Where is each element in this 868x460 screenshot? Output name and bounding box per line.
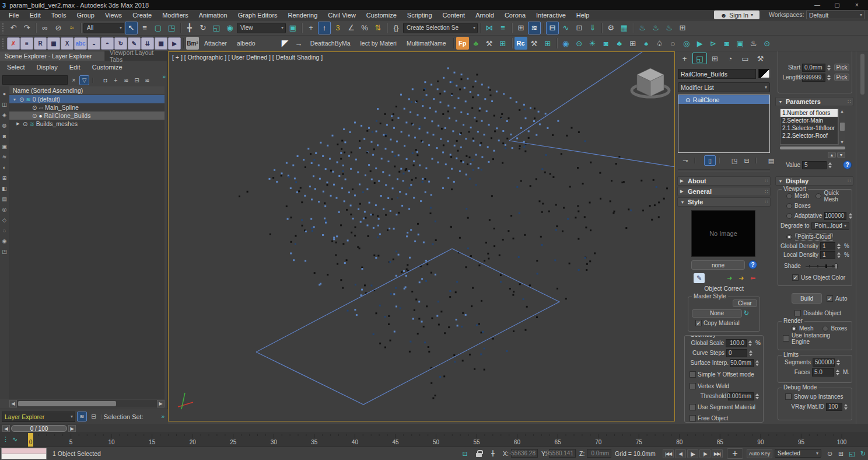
key-filter-dropdown[interactable]: Selected bbox=[775, 449, 821, 458]
mirror-icon[interactable]: ⋈ bbox=[483, 22, 496, 34]
angle-snap-icon[interactable]: ∠ bbox=[345, 22, 358, 34]
zoom-icon[interactable]: ⊙ bbox=[825, 449, 835, 458]
stack-tool-icon[interactable] bbox=[716, 155, 728, 166]
rename-pick-button[interactable]: R bbox=[34, 37, 47, 50]
bind-to-spacewarp-icon[interactable]: ≈ bbox=[65, 22, 78, 34]
layer-explorer-toggle-icon[interactable]: ≋ bbox=[528, 22, 541, 34]
style-help-button[interactable]: ? bbox=[748, 260, 757, 269]
menu-item[interactable]: File bbox=[4, 11, 24, 19]
show-instances-checkbox[interactable] bbox=[785, 393, 792, 400]
select-and-rotate-icon[interactable]: ↻ bbox=[197, 22, 209, 34]
render-online-icon[interactable]: ♨ bbox=[663, 22, 676, 34]
abc-rename-button[interactable]: abc bbox=[74, 37, 87, 50]
collapse-all-icon[interactable]: ⊟ bbox=[132, 75, 142, 85]
show-end-result-icon[interactable]: ▯ bbox=[704, 155, 716, 166]
curve-editor-icon[interactable]: ∿ bbox=[559, 22, 572, 34]
explorer-menu-item[interactable]: Edit bbox=[64, 64, 86, 71]
menu-item[interactable]: Animation bbox=[194, 11, 233, 19]
rendered-frame-icon[interactable]: ▦ bbox=[618, 22, 631, 34]
parameter-value-field[interactable]: 5 bbox=[802, 161, 827, 169]
z-coordinate-field[interactable]: 0.0mm bbox=[587, 449, 611, 458]
schematic-view-icon[interactable]: ⊡ bbox=[573, 22, 586, 34]
global-scale-spinner[interactable] bbox=[748, 340, 754, 346]
menu-item[interactable]: Tools bbox=[46, 11, 72, 19]
zoom-all-icon[interactable]: ⊞ bbox=[836, 449, 846, 458]
length-pick-button[interactable]: Pick bbox=[834, 74, 849, 81]
expander-icon[interactable]: ▶ bbox=[15, 121, 21, 126]
use-pivot-center-icon[interactable]: ▣ bbox=[286, 22, 299, 34]
toolbar-icon[interactable] bbox=[261, 37, 278, 50]
select-and-manipulate-icon[interactable]: + bbox=[304, 22, 317, 34]
select-by-material-button[interactable]: lect by Materi bbox=[356, 37, 401, 50]
toolbar-icon[interactable] bbox=[510, 36, 514, 50]
select-children-icon[interactable]: ≋ bbox=[121, 75, 131, 85]
use-instancing-checkbox[interactable] bbox=[783, 335, 789, 341]
deattach-script-button[interactable]: DeattachByMa bbox=[306, 37, 355, 50]
layer-mode-icon[interactable]: ≋ bbox=[77, 412, 87, 421]
make-unique-icon[interactable]: ◳ bbox=[729, 155, 740, 166]
filter-frozen-icon[interactable]: ◇ bbox=[2, 217, 6, 223]
pot-add-button[interactable]: ◓ bbox=[101, 37, 114, 50]
vray-sphere-icon[interactable]: ◉ bbox=[559, 37, 572, 50]
menu-item[interactable]: Civil View bbox=[323, 11, 360, 19]
tree-header[interactable]: Name (Sorted Ascending) bbox=[9, 86, 164, 95]
maximize-button[interactable]: ▢ bbox=[828, 0, 846, 10]
toolbar-icon[interactable] bbox=[34, 21, 38, 35]
scroll-thumb[interactable] bbox=[18, 401, 116, 406]
move-param-up-button[interactable]: ▲ bbox=[828, 152, 836, 158]
xyz-balls-button[interactable]: X bbox=[61, 37, 74, 50]
free-object-checkbox[interactable] bbox=[690, 415, 696, 421]
paint-objects-button[interactable]: ✎ bbox=[128, 37, 141, 50]
next-frame-button[interactable]: |▶ bbox=[699, 449, 710, 458]
global-density-spinner[interactable] bbox=[837, 243, 842, 249]
light-lister-icon[interactable]: ⊙ bbox=[573, 37, 586, 50]
pot-subtract-button[interactable]: ◒ bbox=[88, 37, 100, 50]
toolbar-icon[interactable] bbox=[478, 21, 482, 35]
minimize-button[interactable]: — bbox=[808, 0, 826, 10]
parameters-scrollbar[interactable]: ▲▼ bbox=[838, 109, 845, 145]
render-setup-icon[interactable]: ⚙ bbox=[604, 22, 617, 34]
albedo-button[interactable]: albedo bbox=[232, 37, 260, 50]
spinner-snap-icon[interactable]: ⇅ bbox=[372, 22, 384, 34]
rollout-parameters[interactable]: Parameters bbox=[775, 97, 853, 106]
attacher-button[interactable]: Attacher bbox=[200, 37, 232, 50]
camera-add-icon[interactable]: ◙ bbox=[720, 37, 733, 50]
export-style-icon[interactable]: ⬅ bbox=[747, 273, 758, 283]
clear-search-icon[interactable]: × bbox=[69, 75, 79, 85]
toolbar-handle[interactable] bbox=[2, 22, 5, 34]
edit-named-selections-icon[interactable]: {} bbox=[390, 22, 402, 34]
toolbar-icon[interactable] bbox=[79, 21, 83, 35]
go-to-start-button[interactable]: |◀◀ bbox=[663, 449, 674, 458]
tree-storm-icon[interactable]: ♠ bbox=[640, 37, 653, 50]
select-object-icon[interactable]: ↖ bbox=[125, 22, 138, 34]
rectangular-selection-icon[interactable]: ▢ bbox=[152, 22, 164, 34]
play-region-icon[interactable]: ▶ bbox=[694, 37, 706, 50]
zoom-extents-icon[interactable]: ◱ bbox=[847, 449, 857, 458]
filter-spacewarps-icon[interactable]: ≋ bbox=[2, 154, 7, 160]
explorer-menu-item[interactable]: Customize bbox=[86, 64, 128, 71]
rollout-display[interactable]: Display bbox=[775, 176, 853, 186]
move-param-down-button[interactable]: ▼ bbox=[837, 152, 845, 158]
parameters-list[interactable]: 1.Number of floors2.Selector-Main2.1.Sel… bbox=[780, 109, 838, 145]
stack-railclone[interactable]: ⊙ RailClone bbox=[678, 95, 769, 104]
menu-item[interactable]: Rendering bbox=[283, 11, 323, 19]
corona-converter-icon[interactable]: ◌ bbox=[667, 37, 680, 50]
menu-item[interactable]: Scripting bbox=[402, 11, 438, 19]
curve-steps-spinner[interactable] bbox=[749, 350, 754, 356]
menu-item[interactable]: Modifiers bbox=[157, 11, 194, 19]
x-coordinate-field[interactable]: -55636.28 bbox=[511, 449, 538, 458]
tree-row-main-spline[interactable]: ⊙ ▱ Main_Spline bbox=[9, 103, 164, 111]
percent-snap-icon[interactable]: % bbox=[358, 22, 371, 34]
vray-matid-spinner[interactable] bbox=[844, 404, 849, 410]
maxscript-mini-listener[interactable] bbox=[1, 448, 47, 459]
select-by-name-icon[interactable]: ≡ bbox=[138, 22, 151, 34]
select-and-move-icon[interactable]: ╋ bbox=[183, 22, 196, 34]
railclone-button[interactable]: Rc bbox=[514, 37, 527, 50]
menu-item[interactable]: Arnold bbox=[470, 11, 499, 19]
filter-xrefs-icon[interactable]: ▤ bbox=[2, 196, 7, 202]
parameters-help-button[interactable]: ? bbox=[843, 161, 852, 169]
forest-lister-icon[interactable]: ♣ bbox=[613, 37, 626, 50]
forest-pack-button[interactable]: Fp bbox=[456, 37, 469, 50]
use-segment-material-checkbox[interactable] bbox=[690, 404, 696, 410]
y-coordinate-field[interactable]: 95580.141 bbox=[549, 449, 576, 458]
